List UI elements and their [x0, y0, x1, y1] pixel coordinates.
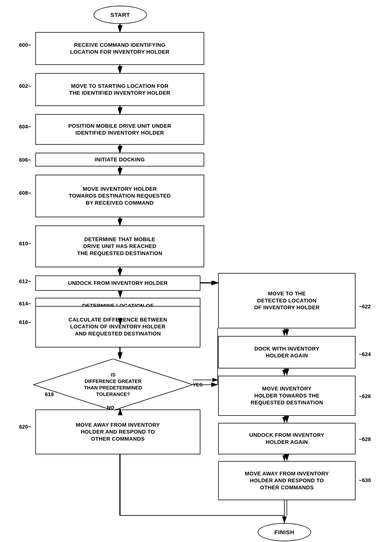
label-624: ~624	[359, 351, 371, 357]
diamond-618: ISDIFFERENCE GREATERTHAN PREDETERMINEDTO…	[33, 359, 193, 411]
label-608: 608~	[19, 190, 31, 196]
box-610: DETERMINE THAT MOBILE DRIVE UNIT HAS REA…	[35, 225, 204, 267]
box-630: MOVE AWAY FROM INVENTORY HOLDER AND RESP…	[218, 461, 355, 500]
label-616: 616~	[19, 319, 31, 325]
label-614: 614~	[19, 301, 31, 307]
label-630: ~630	[359, 477, 371, 483]
box-624: DOCK WITH INVENTORY HOLDER AGAIN	[218, 336, 355, 369]
diagram-container: START 600~ RECEIVE COMMAND IDENTIFYING L…	[0, 0, 392, 542]
box-604: POSITION MOBILE DRIVE UNIT UNDER IDENTIF…	[35, 114, 204, 145]
start-label: START	[111, 12, 130, 18]
label-612: 612~	[19, 278, 31, 284]
box-608: MOVE INVENTORY HOLDER TOWARDS DESTINATIO…	[35, 175, 204, 217]
box-606: INITIATE DOCKING	[35, 153, 204, 167]
label-600: 600~	[19, 42, 31, 48]
label-604: 604~	[19, 124, 31, 130]
label-626: ~626	[359, 393, 371, 399]
diamond-618-text: ISDIFFERENCE GREATERTHAN PREDETERMINEDTO…	[75, 370, 151, 399]
yes-label: YES	[193, 382, 203, 388]
label-628: ~628	[359, 436, 371, 442]
label-606: 606~	[19, 157, 31, 163]
box-612: UNDOCK FROM INVENTORY HOLDER	[35, 276, 200, 291]
box-626: MOVE INVENTORY HOLDER TOWARDS THE REQUES…	[218, 376, 355, 416]
box-628: UNDOCK FROM INVENTORY HOLDER AGAIN	[218, 423, 355, 454]
start-oval: START	[93, 6, 147, 24]
finish-label: FINISH	[274, 529, 294, 536]
box-620: MOVE AWAY FROM INVENTORY HOLDER AND RESP…	[35, 410, 200, 454]
label-622: ~622	[359, 304, 371, 310]
box-616: CALCULATE DIFFERENCE BETWEEN LOCATION OF…	[35, 306, 200, 347]
label-602: 602~	[19, 83, 31, 89]
box-622: MOVE TO THE DETECTED LOCATION OF INVENTO…	[218, 273, 355, 328]
box-602: MOVE TO STARTING LOCATION FOR THE IDENTI…	[35, 73, 204, 106]
finish-oval: FINISH	[258, 523, 311, 541]
box-600: RECEIVE COMMAND IDENTIFYING LOCATION FOR…	[35, 32, 204, 65]
label-610: 610~	[19, 241, 31, 247]
label-620: 620~	[19, 424, 31, 430]
